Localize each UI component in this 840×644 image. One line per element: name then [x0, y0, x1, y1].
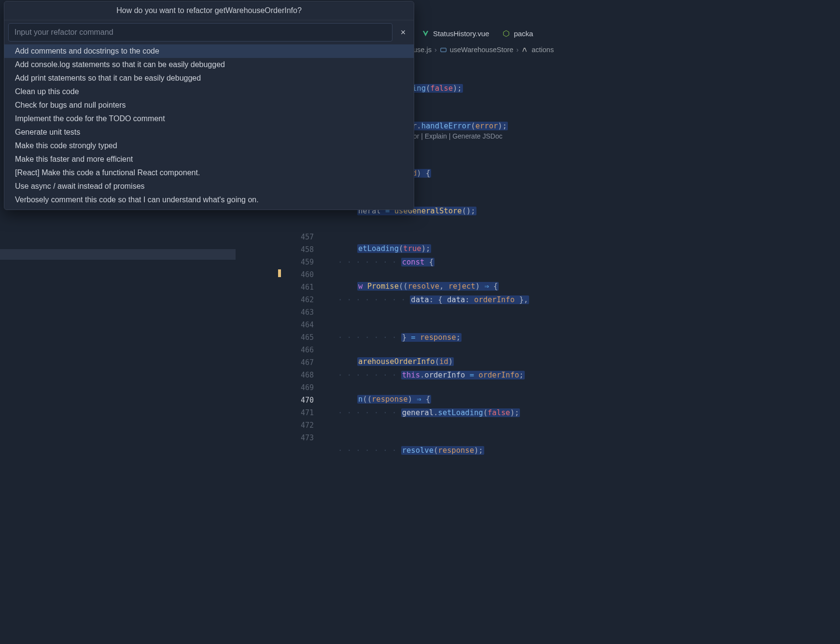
- tab-package[interactable]: packa: [496, 24, 540, 42]
- palette-title: How do you want to refactor getWarehouse…: [4, 1, 414, 20]
- gutter-modified-marker: [278, 269, 281, 277]
- suggestion-item[interactable]: [React] Make this code a functional Reac…: [4, 166, 414, 180]
- suggestion-item[interactable]: Generate unit tests: [4, 126, 414, 139]
- breadcrumb-symbol: useWarehouseStore: [450, 46, 514, 54]
- refactor-command-input[interactable]: [8, 23, 392, 42]
- vue-icon: [422, 30, 429, 37]
- line-number-gutter: 457 458 459 460 461 462 463 464 465 466 …: [288, 231, 322, 444]
- suggestion-item[interactable]: Make this code strongly typed: [4, 139, 414, 153]
- breadcrumb-symbol: actions: [532, 46, 554, 54]
- suggestion-list: Add comments and docstrings to the code …: [4, 44, 414, 210]
- suggestion-item[interactable]: Add print statements so that it can be e…: [4, 71, 414, 85]
- suggestion-item[interactable]: Verbosely comment this code so that I ca…: [4, 193, 414, 207]
- suggestion-item[interactable]: Clean up this code: [4, 85, 414, 98]
- refactor-command-palette: How do you want to refactor getWarehouse…: [4, 1, 414, 210]
- breadcrumb[interactable]: use.js › useWarehouseStore › actions: [413, 43, 599, 56]
- sidebar-highlight: [0, 249, 236, 260]
- editor-tabbar: StatusHistory.vue packa: [415, 24, 599, 42]
- tab-statushistory[interactable]: StatusHistory.vue: [415, 24, 496, 42]
- suggestion-item[interactable]: Add comments and docstrings to the code: [4, 44, 414, 58]
- nodejs-icon: [503, 30, 510, 37]
- suggestion-item[interactable]: Make this faster and more efficient: [4, 153, 414, 166]
- svg-rect-0: [441, 48, 446, 52]
- close-icon[interactable]: ×: [396, 26, 410, 39]
- code-editor[interactable]: · · · · · · · const { · · · · · · · · da…: [338, 231, 599, 465]
- suggestion-item[interactable]: Implement the code for the TODO comment: [4, 112, 414, 126]
- chevron-right-icon: ›: [434, 46, 437, 54]
- chevron-right-icon: ›: [516, 46, 518, 54]
- suggestion-item[interactable]: Check for bugs and null pointers: [4, 98, 414, 112]
- symbol-method-icon: [521, 46, 529, 54]
- tab-label: StatusHistory.vue: [433, 29, 489, 38]
- breadcrumb-file: use.js: [413, 46, 432, 54]
- suggestion-item[interactable]: Add console.log statements so that it ca…: [4, 58, 414, 71]
- suggestion-item[interactable]: Use async / await instead of promises: [4, 180, 414, 193]
- tab-label: packa: [514, 29, 533, 38]
- symbol-variable-icon: [440, 46, 447, 54]
- codelens[interactable]: or | Explain | Generate JSDoc: [413, 132, 503, 140]
